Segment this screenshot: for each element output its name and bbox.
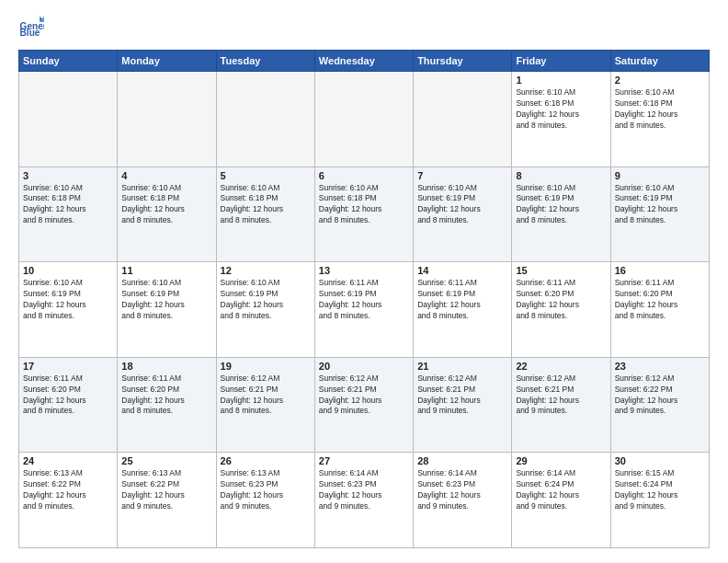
calendar-cell: 28Sunrise: 6:14 AM Sunset: 6:23 PM Dayli… — [414, 453, 512, 548]
day-number: 29 — [516, 455, 606, 466]
day-info: Sunrise: 6:13 AM Sunset: 6:23 PM Dayligh… — [221, 468, 311, 512]
day-info: Sunrise: 6:12 AM Sunset: 6:22 PM Dayligh… — [615, 373, 705, 418]
weekday-saturday: Saturday — [610, 51, 709, 72]
weekday-thursday: Thursday — [414, 51, 512, 72]
calendar-cell: 25Sunrise: 6:13 AM Sunset: 6:22 PM Dayli… — [118, 453, 216, 548]
day-info: Sunrise: 6:14 AM Sunset: 6:24 PM Dayligh… — [516, 468, 606, 512]
day-number: 15 — [516, 265, 606, 276]
day-number: 25 — [121, 455, 211, 466]
day-info: Sunrise: 6:12 AM Sunset: 6:21 PM Dayligh… — [516, 373, 606, 418]
day-number: 24 — [23, 455, 113, 466]
weekday-tuesday: Tuesday — [216, 51, 314, 72]
day-info: Sunrise: 6:11 AM Sunset: 6:20 PM Dayligh… — [121, 373, 211, 418]
calendar-cell: 19Sunrise: 6:12 AM Sunset: 6:21 PM Dayli… — [216, 357, 314, 453]
day-info: Sunrise: 6:12 AM Sunset: 6:21 PM Dayligh… — [221, 373, 311, 418]
calendar-cell: 7Sunrise: 6:10 AM Sunset: 6:19 PM Daylig… — [414, 167, 512, 262]
day-info: Sunrise: 6:10 AM Sunset: 6:18 PM Dayligh… — [121, 183, 211, 227]
weekday-sunday: Sunday — [19, 51, 118, 72]
day-info: Sunrise: 6:10 AM Sunset: 6:19 PM Dayligh… — [23, 278, 113, 322]
day-info: Sunrise: 6:10 AM Sunset: 6:18 PM Dayligh… — [221, 183, 311, 227]
day-number: 23 — [615, 361, 705, 372]
calendar-cell: 17Sunrise: 6:11 AM Sunset: 6:20 PM Dayli… — [19, 357, 118, 453]
day-info: Sunrise: 6:12 AM Sunset: 6:21 PM Dayligh… — [417, 373, 507, 418]
calendar-cell — [216, 72, 314, 167]
weekday-wednesday: Wednesday — [314, 51, 413, 72]
day-info: Sunrise: 6:14 AM Sunset: 6:23 PM Dayligh… — [417, 468, 507, 512]
calendar-cell: 23Sunrise: 6:12 AM Sunset: 6:22 PM Dayli… — [610, 357, 709, 453]
svg-text:Blue: Blue — [20, 28, 40, 38]
day-info: Sunrise: 6:11 AM Sunset: 6:20 PM Dayligh… — [23, 373, 113, 418]
calendar-cell: 2Sunrise: 6:10 AM Sunset: 6:18 PM Daylig… — [610, 72, 709, 167]
day-number: 28 — [417, 455, 507, 466]
calendar-cell: 9Sunrise: 6:10 AM Sunset: 6:19 PM Daylig… — [610, 167, 709, 262]
calendar-cell: 12Sunrise: 6:10 AM Sunset: 6:19 PM Dayli… — [216, 262, 314, 358]
calendar-cell: 29Sunrise: 6:14 AM Sunset: 6:24 PM Dayli… — [512, 453, 610, 548]
day-info: Sunrise: 6:10 AM Sunset: 6:19 PM Dayligh… — [417, 183, 507, 227]
day-number: 19 — [221, 361, 311, 372]
calendar-cell: 24Sunrise: 6:13 AM Sunset: 6:22 PM Dayli… — [19, 453, 118, 548]
page: General Blue SundayMondayTuesdayWednesda… — [0, 0, 728, 563]
calendar-cell: 30Sunrise: 6:15 AM Sunset: 6:24 PM Dayli… — [610, 453, 709, 548]
calendar-cell: 14Sunrise: 6:11 AM Sunset: 6:19 PM Dayli… — [414, 262, 512, 358]
calendar-cell: 16Sunrise: 6:11 AM Sunset: 6:20 PM Dayli… — [610, 262, 709, 358]
day-number: 13 — [319, 265, 409, 276]
day-info: Sunrise: 6:15 AM Sunset: 6:24 PM Dayligh… — [615, 468, 705, 512]
calendar-cell: 8Sunrise: 6:10 AM Sunset: 6:19 PM Daylig… — [512, 167, 610, 262]
calendar-week-2: 3Sunrise: 6:10 AM Sunset: 6:18 PM Daylig… — [19, 167, 710, 262]
day-number: 9 — [615, 170, 705, 181]
day-info: Sunrise: 6:10 AM Sunset: 6:19 PM Dayligh… — [121, 278, 211, 322]
day-number: 10 — [23, 265, 113, 276]
day-info: Sunrise: 6:10 AM Sunset: 6:18 PM Dayligh… — [615, 87, 705, 132]
calendar-cell — [19, 72, 118, 167]
calendar-cell: 1Sunrise: 6:10 AM Sunset: 6:18 PM Daylig… — [512, 72, 610, 167]
day-info: Sunrise: 6:10 AM Sunset: 6:18 PM Dayligh… — [23, 183, 113, 227]
calendar-cell: 26Sunrise: 6:13 AM Sunset: 6:23 PM Dayli… — [216, 453, 314, 548]
calendar-cell: 5Sunrise: 6:10 AM Sunset: 6:18 PM Daylig… — [216, 167, 314, 262]
calendar-cell: 21Sunrise: 6:12 AM Sunset: 6:21 PM Dayli… — [414, 357, 512, 453]
day-number: 12 — [221, 265, 311, 276]
calendar-cell: 4Sunrise: 6:10 AM Sunset: 6:18 PM Daylig… — [118, 167, 216, 262]
day-info: Sunrise: 6:10 AM Sunset: 6:19 PM Dayligh… — [615, 183, 705, 227]
day-number: 8 — [516, 170, 606, 181]
day-number: 2 — [615, 75, 705, 86]
header: General Blue — [18, 15, 710, 40]
day-info: Sunrise: 6:13 AM Sunset: 6:22 PM Dayligh… — [121, 468, 211, 512]
calendar-cell — [314, 72, 413, 167]
calendar-cell: 10Sunrise: 6:10 AM Sunset: 6:19 PM Dayli… — [19, 262, 118, 358]
day-number: 17 — [23, 361, 113, 372]
day-number: 1 — [516, 75, 606, 86]
calendar-week-5: 24Sunrise: 6:13 AM Sunset: 6:22 PM Dayli… — [19, 453, 710, 548]
calendar-cell: 18Sunrise: 6:11 AM Sunset: 6:20 PM Dayli… — [118, 357, 216, 453]
day-number: 11 — [121, 265, 211, 276]
day-info: Sunrise: 6:11 AM Sunset: 6:19 PM Dayligh… — [417, 278, 507, 322]
calendar-cell: 13Sunrise: 6:11 AM Sunset: 6:19 PM Dayli… — [314, 262, 413, 358]
logo-icon: General Blue — [18, 15, 44, 40]
day-number: 22 — [516, 361, 606, 372]
calendar-week-3: 10Sunrise: 6:10 AM Sunset: 6:19 PM Dayli… — [19, 262, 710, 358]
calendar-week-1: 1Sunrise: 6:10 AM Sunset: 6:18 PM Daylig… — [19, 72, 710, 167]
calendar-cell: 20Sunrise: 6:12 AM Sunset: 6:21 PM Dayli… — [314, 357, 413, 453]
day-info: Sunrise: 6:11 AM Sunset: 6:20 PM Dayligh… — [615, 278, 705, 322]
day-number: 5 — [221, 170, 311, 181]
calendar-cell — [118, 72, 216, 167]
day-number: 14 — [417, 265, 507, 276]
day-number: 6 — [319, 170, 409, 181]
day-number: 3 — [23, 170, 113, 181]
calendar-week-4: 17Sunrise: 6:11 AM Sunset: 6:20 PM Dayli… — [19, 357, 710, 453]
weekday-monday: Monday — [118, 51, 216, 72]
weekday-friday: Friday — [512, 51, 610, 72]
day-info: Sunrise: 6:11 AM Sunset: 6:20 PM Dayligh… — [516, 278, 606, 322]
calendar-cell: 6Sunrise: 6:10 AM Sunset: 6:18 PM Daylig… — [314, 167, 413, 262]
day-info: Sunrise: 6:12 AM Sunset: 6:21 PM Dayligh… — [319, 373, 409, 418]
calendar-cell: 22Sunrise: 6:12 AM Sunset: 6:21 PM Dayli… — [512, 357, 610, 453]
calendar-table: SundayMondayTuesdayWednesdayThursdayFrid… — [18, 50, 710, 548]
day-info: Sunrise: 6:13 AM Sunset: 6:22 PM Dayligh… — [23, 468, 113, 512]
day-info: Sunrise: 6:10 AM Sunset: 6:19 PM Dayligh… — [516, 183, 606, 227]
calendar-cell — [414, 72, 512, 167]
day-number: 20 — [319, 361, 409, 372]
calendar-cell: 3Sunrise: 6:10 AM Sunset: 6:18 PM Daylig… — [19, 167, 118, 262]
day-info: Sunrise: 6:10 AM Sunset: 6:18 PM Dayligh… — [516, 87, 606, 132]
day-number: 26 — [221, 455, 311, 466]
day-number: 30 — [615, 455, 705, 466]
day-number: 21 — [417, 361, 507, 372]
